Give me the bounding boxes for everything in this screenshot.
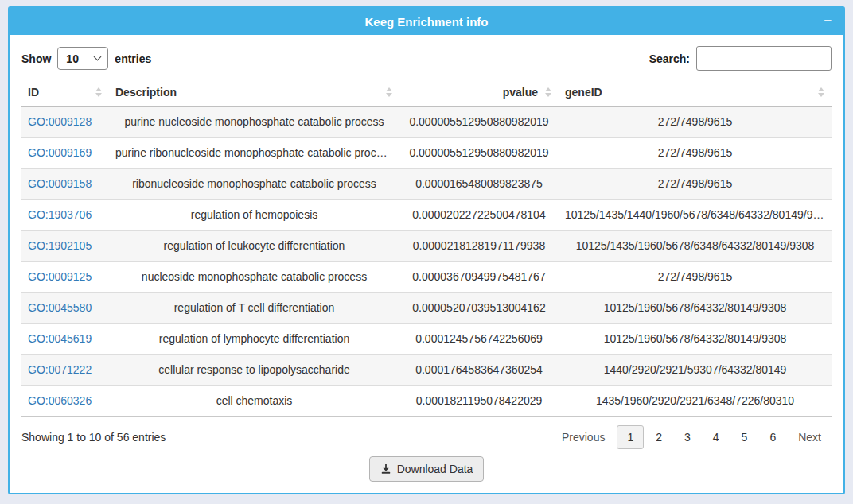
table-body: GO:0009128purine nucleoside monophosphat… (21, 107, 832, 417)
go-term-link[interactable]: GO:1902105 (28, 239, 92, 252)
go-term-link[interactable]: GO:0009169 (28, 146, 92, 159)
cell-pvalue: 0.00002181281971179938 (399, 231, 559, 262)
collapse-icon[interactable]: – (824, 14, 832, 27)
page-length-control: Show 10 entries (21, 47, 151, 70)
column-label: ID (28, 86, 39, 99)
cell-description: ribonucleoside monophosphate catabolic p… (109, 169, 399, 200)
go-term-link[interactable]: GO:0045580 (28, 301, 92, 314)
cell-description: regulation of hemopoiesis (109, 200, 399, 231)
cell-id: GO:0060326 (21, 386, 109, 417)
panel-title: Keeg Enrichment info (364, 15, 488, 29)
table-info: Showing 1 to 10 of 56 entries (21, 431, 166, 444)
cell-description: purine nucleoside monophosphate cataboli… (109, 107, 399, 138)
column-header-pvalue[interactable]: pvalue (399, 79, 559, 107)
table-row: GO:0009128purine nucleoside monophosphat… (21, 107, 832, 138)
sort-icon (386, 87, 392, 97)
cell-id: GO:0071222 (21, 355, 109, 386)
search-label: Search: (649, 52, 690, 65)
download-row: Download Data (21, 456, 832, 482)
table-head: ID Description pvalue geneID (21, 79, 832, 107)
sort-icon (95, 87, 102, 97)
page-length-select-wrap: 10 (57, 47, 108, 70)
search-control: Search: (649, 46, 832, 71)
go-term-link[interactable]: GO:0009128 (28, 115, 92, 128)
table-row: GO:0009125nucleoside monophosphate catab… (21, 262, 832, 293)
cell-pvalue: 0.000005512950880982019 (399, 107, 559, 138)
table-row: GO:0009169purine ribonucleoside monophos… (21, 138, 832, 169)
cell-pvalue: 0.00005207039513004162 (399, 293, 559, 324)
cell-id: GO:0045580 (21, 293, 109, 324)
cell-id: GO:1902105 (21, 231, 109, 262)
pagination-page-4[interactable]: 4 (703, 425, 730, 449)
cell-description: regulation of lymphocyte differentiation (109, 324, 399, 355)
table-controls: Show 10 entries Search: (21, 46, 832, 71)
cell-geneid: 10125/1960/5678/64332/80149/9308 (559, 324, 832, 355)
panel-body: Show 10 entries Search: ID (10, 35, 843, 493)
cell-pvalue: 0.0001764583647360254 (399, 355, 559, 386)
enrichment-table: ID Description pvalue geneID (21, 79, 832, 417)
pagination-previous[interactable]: Previous (551, 425, 615, 449)
cell-description: cell chemotaxis (109, 386, 399, 417)
column-label: pvalue (503, 86, 538, 99)
pagination-page-5[interactable]: 5 (731, 425, 758, 449)
cell-geneid: 272/7498/9615 (559, 169, 832, 200)
go-term-link[interactable]: GO:0071222 (28, 363, 92, 376)
cell-pvalue: 0.0001245756742256069 (399, 324, 559, 355)
sort-icon (818, 87, 824, 97)
download-icon (380, 463, 391, 475)
cell-geneid: 272/7498/9615 (559, 262, 832, 293)
table-row: GO:0060326cell chemotaxis0.0001821195078… (21, 386, 832, 417)
cell-description: regulation of leukocyte differentiation (109, 231, 399, 262)
panel-header: Keeg Enrichment info – (10, 8, 843, 35)
go-term-link[interactable]: GO:0045619 (28, 332, 92, 345)
sort-icon (545, 87, 551, 97)
table-row: GO:0045580regulation of T cell different… (21, 293, 832, 324)
show-label: Show (21, 52, 51, 65)
column-label: geneID (565, 86, 602, 99)
pagination: Previous 123456 Next (550, 425, 832, 449)
table-row: GO:0009158ribonucleoside monophosphate c… (21, 169, 832, 200)
cell-description: regulation of T cell differentiation (109, 293, 399, 324)
pagination-page-6[interactable]: 6 (759, 425, 786, 449)
enrichment-panel: Keeg Enrichment info – Show 10 entries S… (8, 6, 845, 494)
cell-id: GO:0009128 (21, 107, 109, 138)
cell-pvalue: 0.000005512950880982019 (399, 138, 559, 169)
search-input[interactable] (696, 46, 832, 71)
cell-description: cellular response to lipopolysaccharide (109, 355, 399, 386)
pagination-page-1[interactable]: 1 (617, 425, 644, 449)
cell-pvalue: 0.0001821195078422029 (399, 386, 559, 417)
column-header-id[interactable]: ID (21, 79, 109, 107)
cell-description: nucleoside monophosphate catabolic proce… (109, 262, 399, 293)
table-row: GO:1902105regulation of leukocyte differ… (21, 231, 832, 262)
cell-geneid: 10125/1960/5678/64332/80149/9308 (559, 293, 832, 324)
cell-pvalue: 0.0000165480089823875 (399, 169, 559, 200)
cell-pvalue: 0.00002022722500478104 (399, 200, 559, 231)
go-term-link[interactable]: GO:0009158 (28, 177, 92, 190)
cell-id: GO:0009169 (21, 138, 109, 169)
download-label: Download Data (397, 463, 473, 475)
cell-geneid: 10125/1435/1960/5678/6348/64332/80149/93… (559, 231, 832, 262)
pagination-page-3[interactable]: 3 (674, 425, 701, 449)
column-header-geneid[interactable]: geneID (559, 79, 832, 107)
cell-geneid: 1440/2920/2921/59307/64332/80149 (559, 355, 832, 386)
download-data-button[interactable]: Download Data (369, 456, 485, 482)
pagination-pages: 123456 (615, 425, 786, 449)
table-row: GO:1903706regulation of hemopoiesis0.000… (21, 200, 832, 231)
cell-geneid: 10125/1435/1440/1960/5678/6348/64332/801… (559, 200, 832, 231)
cell-id: GO:1903706 (21, 200, 109, 231)
pagination-page-2[interactable]: 2 (645, 425, 672, 449)
cell-description: purine ribonucleoside monophosphate cata… (109, 138, 399, 169)
cell-geneid: 272/7498/9615 (559, 107, 832, 138)
go-term-link[interactable]: GO:0009125 (28, 270, 92, 283)
table-row: GO:0071222cellular response to lipopolys… (21, 355, 832, 386)
entries-label: entries (115, 52, 151, 65)
pagination-next[interactable]: Next (788, 425, 832, 449)
cell-geneid: 1435/1960/2920/2921/6348/7226/80310 (559, 386, 832, 417)
column-header-description[interactable]: Description (109, 79, 399, 107)
cell-geneid: 272/7498/9615 (559, 138, 832, 169)
cell-id: GO:0009158 (21, 169, 109, 200)
go-term-link[interactable]: GO:0060326 (28, 394, 92, 407)
go-term-link[interactable]: GO:1903706 (28, 208, 92, 221)
column-label: Description (115, 86, 177, 99)
page-length-select[interactable]: 10 (57, 47, 108, 70)
